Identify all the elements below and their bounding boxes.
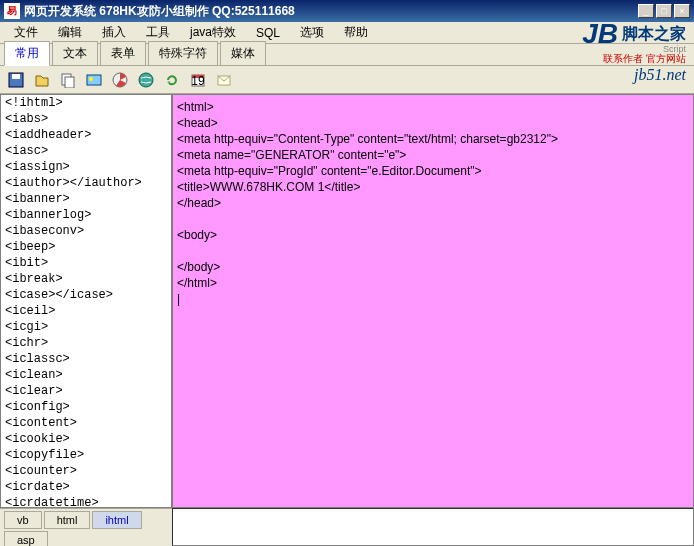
main-area: <!ihtml><iabs><iaddheader><iasc><iassign… [0,94,694,508]
tab-bar: 常用文本表单特殊字符媒体 [0,44,694,66]
menu-7[interactable]: 帮助 [334,21,378,44]
globe-icon[interactable] [136,70,156,90]
code-editor[interactable]: <html><head><meta http-equiv="Content-Ty… [172,94,694,508]
bottom-area: vbhtmlihtmlasp [0,508,694,546]
sidebar-item[interactable]: <ibaseconv> [1,223,171,239]
svg-point-5 [89,77,93,81]
sidebar-item[interactable]: <icrdate> [1,479,171,495]
sidebar-item[interactable]: <icase></icase> [1,287,171,303]
sidebar-item[interactable]: <icgi> [1,319,171,335]
menu-5[interactable]: SQL [246,23,290,43]
sidebar-item[interactable]: <iauthor></iauthor> [1,175,171,191]
svg-rect-1 [12,74,20,79]
sidebar-item[interactable]: <icookie> [1,431,171,447]
tab-0[interactable]: 常用 [4,41,50,66]
svg-rect-3 [65,77,74,88]
envelope-icon[interactable] [214,70,234,90]
window-controls: _ □ × [638,4,690,18]
sidebar-item[interactable]: <iabs> [1,111,171,127]
close-button[interactable]: × [674,4,690,18]
sidebar-item[interactable]: <icopyfile> [1,447,171,463]
app-icon: 易 [4,3,20,19]
copy-icon[interactable] [58,70,78,90]
sidebar-item[interactable]: <icounter> [1,463,171,479]
bottom-panel [172,508,694,546]
sidebar-item[interactable]: <iasc> [1,143,171,159]
bottom-tab-ihtml[interactable]: ihtml [92,511,141,529]
bottom-tab-bar: vbhtmlihtmlasp [0,508,172,546]
sidebar-item[interactable]: <iclean> [1,367,171,383]
editor-line: <html> [177,99,689,115]
sidebar-item[interactable]: <iceil> [1,303,171,319]
save-icon[interactable] [6,70,26,90]
open-icon[interactable] [32,70,52,90]
svg-point-7 [139,73,153,87]
tab-2[interactable]: 表单 [100,41,146,65]
editor-line: </html> [177,275,689,291]
svg-rect-4 [87,75,101,85]
window-title: 网页开发系统 678HK攻防小组制作 QQ:525111668 [24,3,638,20]
editor-line: </head> [177,195,689,211]
editor-line [177,243,689,259]
tab-4[interactable]: 媒体 [220,41,266,65]
calendar-icon[interactable]: 19 [188,70,208,90]
editor-line [177,211,689,227]
toolbar: 19 [0,66,694,94]
tab-3[interactable]: 特殊字符 [148,41,218,65]
editor-line: <meta http-equiv="Content-Type" content=… [177,131,689,147]
sidebar-item[interactable]: <ibit> [1,255,171,271]
sidebar-item[interactable]: <ibeep> [1,239,171,255]
titlebar: 易 网页开发系统 678HK攻防小组制作 QQ:525111668 _ □ × [0,0,694,22]
maximize-button[interactable]: □ [656,4,672,18]
sidebar-list[interactable]: <!ihtml><iabs><iaddheader><iasc><iassign… [0,94,172,508]
sidebar-item[interactable]: <ichr> [1,335,171,351]
sidebar-item[interactable]: <ibreak> [1,271,171,287]
sidebar-item[interactable]: <iaddheader> [1,127,171,143]
sidebar-item[interactable]: <iclassc> [1,351,171,367]
editor-line: | [177,291,689,307]
editor-line: <meta name="GENERATOR" content="e"> [177,147,689,163]
sidebar-item[interactable]: <!ihtml> [1,95,171,111]
sidebar-item[interactable]: <ibanner> [1,191,171,207]
editor-line: <title>WWW.678HK.COM 1</title> [177,179,689,195]
image-icon[interactable] [84,70,104,90]
editor-line: <head> [177,115,689,131]
bottom-tab-asp[interactable]: asp [4,531,48,546]
sidebar-item[interactable]: <iassign> [1,159,171,175]
editor-line: </body> [177,259,689,275]
minimize-button[interactable]: _ [638,4,654,18]
sidebar-item[interactable]: <icontent> [1,415,171,431]
bottom-tab-vb[interactable]: vb [4,511,42,529]
refresh-icon[interactable] [162,70,182,90]
menu-6[interactable]: 选项 [290,21,334,44]
sidebar-item[interactable]: <ibannerlog> [1,207,171,223]
sidebar-item[interactable]: <icrdatetime> [1,495,171,508]
sidebar-item[interactable]: <iconfig> [1,399,171,415]
editor-line: <body> [177,227,689,243]
editor-line: <meta http-equiv="ProgId" content="e.Edi… [177,163,689,179]
bottom-tab-html[interactable]: html [44,511,91,529]
tab-1[interactable]: 文本 [52,41,98,65]
fan-icon[interactable] [110,70,130,90]
svg-text:19: 19 [191,74,205,88]
sidebar-item[interactable]: <iclear> [1,383,171,399]
